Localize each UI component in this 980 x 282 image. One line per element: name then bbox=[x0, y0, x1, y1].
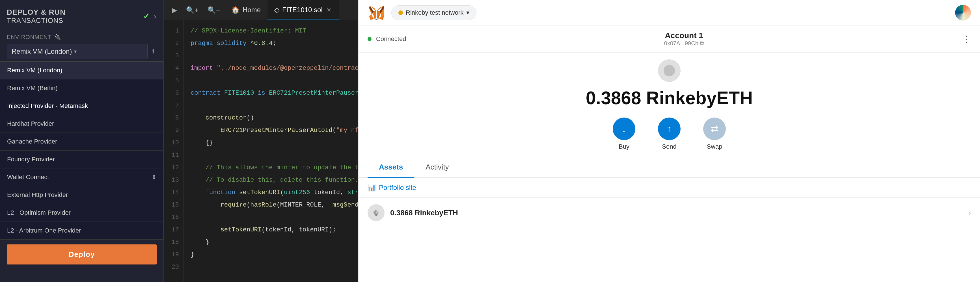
network-dot bbox=[398, 11, 403, 15]
code-editor[interactable]: // SPDX-License-Identifier: MIT pragma s… bbox=[184, 21, 358, 282]
connected-dot bbox=[368, 37, 372, 41]
env-selector-value: Remix VM (London) ▾ bbox=[11, 48, 76, 55]
eth-icon-svg bbox=[372, 209, 380, 217]
balance-display: 0.3868 RinkebyETH bbox=[586, 87, 753, 108]
tab-close-button[interactable]: ✕ bbox=[325, 6, 332, 14]
zoom-in-button[interactable]: 🔍+ bbox=[181, 0, 203, 20]
portfolio-icon: 📊 bbox=[368, 184, 376, 192]
svg-marker-25 bbox=[373, 209, 376, 214]
account-more-button[interactable]: ⋮ bbox=[962, 33, 971, 44]
buy-label: Buy bbox=[619, 143, 629, 151]
dropdown-item-ext-http[interactable]: External Http Provider bbox=[0, 186, 163, 204]
swap-label: Swap bbox=[706, 143, 722, 151]
dropdown-item-ganache[interactable]: Ganache Provider bbox=[0, 133, 163, 151]
header-icons: ✓ › bbox=[143, 11, 157, 21]
zoom-out-button[interactable]: 🔍− bbox=[203, 0, 224, 20]
account-bar: Connected Account 1 0x07A...99Cb ⧉ ⋮ bbox=[358, 25, 980, 52]
deploy-run-panel: DEPLOY & RUN TRANSACTIONS ✓ › ENVIRONMEN… bbox=[0, 0, 164, 282]
buy-icon: ↓ bbox=[622, 124, 626, 134]
account-name: Account 1 bbox=[665, 31, 703, 40]
swap-icon-circle: ⇄ bbox=[703, 117, 726, 140]
send-button[interactable]: ↑ Send bbox=[658, 117, 681, 151]
dropdown-item-wallet-connect[interactable]: Wallet Connect ⇕ bbox=[0, 168, 163, 186]
copy-icon[interactable]: ⧉ bbox=[700, 40, 704, 47]
mm-header: Rinkeby test network ▾ bbox=[358, 0, 980, 25]
buy-icon-circle: ↓ bbox=[613, 117, 635, 140]
tab-home-label: Home bbox=[243, 6, 261, 14]
portfolio-link[interactable]: 📊 Portfolio site bbox=[358, 178, 980, 198]
panel-header: DEPLOY & RUN TRANSACTIONS ✓ › bbox=[0, 0, 164, 29]
dropdown-item-injected[interactable]: Injected Provider - Metamask bbox=[0, 97, 163, 115]
network-chevron: ▾ bbox=[466, 9, 469, 16]
balance-section: 0.3868 RinkebyETH bbox=[358, 52, 980, 115]
deploy-button[interactable]: Deploy bbox=[7, 244, 157, 265]
tab-bar: ▶ 🔍+ 🔍− 🏠 Home ◇ FITE1010.sol ✕ bbox=[164, 0, 358, 21]
file-icon: ◇ bbox=[274, 6, 279, 14]
svg-marker-10 bbox=[376, 19, 377, 20]
account-identicon bbox=[658, 59, 681, 82]
swap-button[interactable]: ⇄ Swap bbox=[703, 117, 726, 151]
address-text: 0x07A...99Cb bbox=[664, 40, 698, 47]
dropdown-item-remix-berlin[interactable]: Remix VM (Berlin) bbox=[0, 79, 163, 97]
arrow-icon: › bbox=[154, 12, 157, 21]
buy-button[interactable]: ↓ Buy bbox=[613, 117, 635, 151]
eth-asset-icon bbox=[368, 204, 385, 221]
asset-chevron-icon: › bbox=[969, 208, 971, 217]
panel-title: DEPLOY & RUN bbox=[7, 8, 65, 17]
account-address: 0x07A...99Cb ⧉ bbox=[664, 40, 704, 47]
run-button[interactable]: ▶ bbox=[167, 0, 181, 20]
editor-panel: ▶ 🔍+ 🔍− 🏠 Home ◇ FITE1010.sol ✕ 12345 67… bbox=[164, 0, 358, 282]
metamask-logo bbox=[368, 4, 386, 22]
connected-label: Connected bbox=[376, 35, 406, 43]
network-label: Rinkeby test network bbox=[406, 9, 463, 16]
wallet-connect-expand-icon: ⇕ bbox=[151, 174, 156, 181]
env-selector[interactable]: Remix VM (London) ▾ bbox=[7, 44, 148, 59]
panel-title-sub: TRANSACTIONS bbox=[7, 17, 65, 25]
check-icon: ✓ bbox=[143, 11, 150, 21]
action-buttons: ↓ Buy ↑ Send ⇄ Swap bbox=[358, 115, 980, 157]
send-icon-circle: ↑ bbox=[658, 117, 681, 140]
dropdown-item-foundry[interactable]: Foundry Provider bbox=[0, 151, 163, 168]
send-label: Send bbox=[662, 143, 676, 151]
env-dropdown-list: Remix VM (London) Remix VM (Berlin) Inje… bbox=[0, 61, 164, 240]
svg-marker-24 bbox=[376, 209, 379, 214]
plug-icon: 🔌 bbox=[54, 33, 61, 40]
send-icon: ↑ bbox=[667, 124, 671, 134]
tab-home[interactable]: 🏠 Home bbox=[224, 0, 267, 20]
network-selector[interactable]: Rinkeby test network ▾ bbox=[391, 5, 476, 20]
env-label-text: ENVIRONMENT bbox=[7, 34, 52, 40]
dropdown-item-hardhat[interactable]: Hardhat Provider bbox=[0, 115, 163, 133]
env-label: ENVIRONMENT 🔌 bbox=[7, 33, 157, 40]
environment-section: ENVIRONMENT 🔌 Remix VM (London) ▾ ℹ bbox=[0, 29, 164, 61]
eth-asset-name: 0.3868 RinkebyETH bbox=[390, 209, 458, 217]
env-info-button[interactable]: ℹ bbox=[150, 47, 157, 56]
asset-item-eth[interactable]: 0.3868 RinkebyETH › bbox=[358, 198, 980, 228]
mm-tab-bar: Assets Activity bbox=[358, 157, 980, 178]
tab-assets[interactable]: Assets bbox=[368, 157, 414, 178]
editor-content: 12345 678910 1112131415 1617181920 // SP… bbox=[164, 21, 358, 282]
line-numbers: 12345 678910 1112131415 1617181920 bbox=[164, 21, 184, 282]
dropdown-item-arbitrum[interactable]: L2 - Arbitrum One Provider bbox=[0, 222, 163, 239]
identicon-svg bbox=[662, 63, 676, 78]
svg-point-23 bbox=[663, 65, 675, 76]
portfolio-label: Portfolio site bbox=[379, 184, 416, 192]
selector-icon: ▾ bbox=[74, 48, 76, 54]
metamask-panel: Rinkeby test network ▾ Connected Account… bbox=[358, 0, 980, 282]
eth-asset-info: 0.3868 RinkebyETH bbox=[390, 209, 458, 217]
dropdown-item-remix-london[interactable]: Remix VM (London) bbox=[0, 62, 163, 79]
tab-fite1010-label: FITE1010.sol bbox=[282, 6, 323, 14]
tab-fite1010[interactable]: ◇ FITE1010.sol ✕ bbox=[267, 0, 339, 20]
dropdown-item-optimism[interactable]: L2 - Optimism Provider bbox=[0, 204, 163, 222]
selected-env-label: Remix VM (London) bbox=[11, 48, 72, 55]
tab-activity[interactable]: Activity bbox=[414, 157, 460, 178]
home-icon: 🏠 bbox=[231, 6, 240, 14]
metamask-avatar[interactable] bbox=[955, 5, 971, 21]
swap-icon: ⇄ bbox=[711, 124, 719, 134]
